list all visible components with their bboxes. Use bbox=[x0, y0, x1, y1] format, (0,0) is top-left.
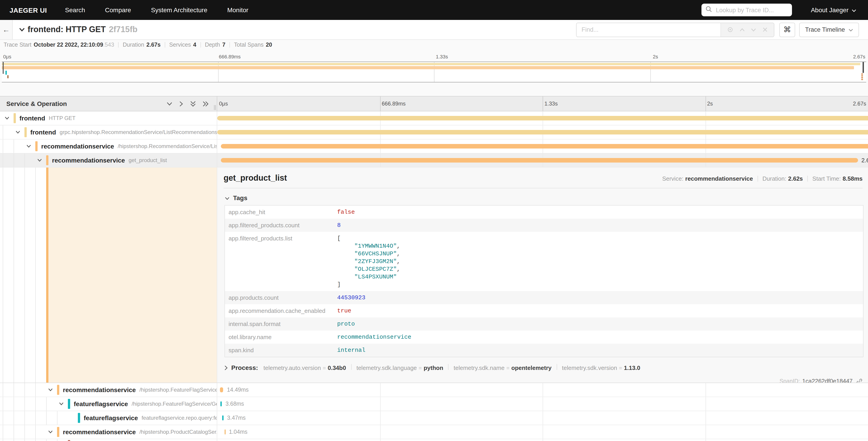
tag-row-app-products-count: app.products.count44530923 bbox=[225, 291, 863, 304]
app-brand[interactable]: JAEGER UI bbox=[9, 6, 47, 14]
chevron-right-icon[interactable] bbox=[224, 365, 228, 370]
span-timeline-cell[interactable] bbox=[217, 125, 868, 140]
back-button[interactable]: ← bbox=[0, 20, 13, 39]
about-jaeger-label: About Jaeger bbox=[811, 6, 848, 13]
span-duration-bar[interactable] bbox=[220, 387, 223, 392]
collapse-all-icon[interactable] bbox=[190, 101, 196, 107]
tree-guide-line bbox=[25, 425, 25, 439]
span-name-cell[interactable]: featureflagservice/hipstershop.FeatureFl… bbox=[0, 397, 217, 411]
span-row-featureflagservice-hipstershop-featureflagservice-ge-[interactable]: featureflagservice/hipstershop.FeatureFl… bbox=[0, 397, 868, 411]
trace-collapse-chevron[interactable] bbox=[19, 28, 25, 32]
clear-find-icon[interactable] bbox=[763, 27, 768, 32]
process-tag-telemetry-sdk-name: telemetry.sdk.name=opentelemetry bbox=[454, 364, 552, 371]
span-row-recommendationservice-hipstershop-featureflagservice-[interactable]: recommendationservice/hipstershop.Featur… bbox=[0, 383, 868, 397]
timeline-gridline bbox=[380, 397, 380, 411]
tag-value: internal bbox=[334, 344, 369, 357]
trace-view-selector[interactable]: Trace Timeline bbox=[799, 22, 859, 37]
span-operation-name: HTTP GET bbox=[49, 115, 75, 121]
span-expand-chevron[interactable] bbox=[59, 402, 64, 406]
span-service-name: recommendationservice bbox=[52, 157, 125, 164]
expand-all-icon[interactable] bbox=[203, 101, 209, 107]
process-tag-telemetry-sdk-version: telemetry.sdk.version=1.13.0 bbox=[562, 364, 640, 371]
span-name-cell[interactable]: recommendationservice/hipstershop.Featur… bbox=[0, 383, 217, 397]
span-name-cell[interactable]: recommendationservice/hipstershop.Recomm… bbox=[0, 140, 217, 153]
trace-title: frontend: HTTP GET2f715fb bbox=[28, 25, 137, 34]
span-row-featureflagservice-featureflagservice-repo-query-fe-[interactable]: featureflagservicefeatureflagservice.rep… bbox=[0, 411, 868, 425]
tag-key: app.filtered_products.count bbox=[225, 219, 334, 232]
span-name-cell[interactable]: recommendationserviceget_product_list bbox=[0, 153, 217, 168]
span-expand-chevron[interactable] bbox=[37, 158, 42, 162]
trace-lookup-box[interactable] bbox=[701, 4, 792, 16]
span-duration-bar[interactable] bbox=[220, 401, 222, 406]
top-nav: JAEGER UI SearchCompareSystem Architectu… bbox=[0, 0, 868, 20]
span-row-recommendationservice-get-product-list[interactable]: recommendationserviceget_product_list2.6… bbox=[0, 153, 868, 168]
tag-key: span.kind bbox=[225, 344, 334, 357]
trace-id-short: 2f715fb bbox=[109, 25, 137, 34]
span-duration-bar[interactable] bbox=[224, 430, 226, 435]
collapse-one-icon[interactable] bbox=[166, 101, 173, 106]
span-expand-chevron[interactable] bbox=[26, 144, 31, 148]
nav-item-system-architecture[interactable]: System Architecture bbox=[151, 6, 207, 13]
tag-value: true bbox=[334, 304, 355, 317]
span-id-label: SpanID: bbox=[779, 378, 800, 383]
trace-lookup-input[interactable] bbox=[715, 6, 788, 14]
span-timeline-cell[interactable]: 3.68ms bbox=[217, 397, 868, 411]
expand-one-icon[interactable] bbox=[179, 101, 183, 107]
span-timeline-cell[interactable] bbox=[217, 140, 868, 153]
span-duration-bar[interactable] bbox=[221, 144, 868, 148]
timeline-gridline bbox=[380, 411, 380, 425]
span-timeline-cell[interactable]: 1.04ms bbox=[217, 425, 868, 439]
span-name-cell[interactable]: recommendationservice/hipstershop.Produc… bbox=[0, 425, 217, 439]
span-timeline-cell[interactable]: 14.49ms bbox=[217, 383, 868, 397]
span-rows-top: frontendHTTP GETfrontendgrpc.hipstershop… bbox=[0, 111, 868, 168]
process-label[interactable]: Process: bbox=[231, 364, 258, 371]
span-row-frontend-http-get[interactable]: frontendHTTP GET bbox=[0, 111, 868, 125]
service-color-strip bbox=[78, 413, 80, 423]
span-duration-label: 2.62s bbox=[862, 157, 868, 164]
minimap-left-handle[interactable] bbox=[3, 62, 4, 74]
span-row-recommendationservice-hipstershop-productcatalogser-[interactable]: recommendationservice/hipstershop.Produc… bbox=[0, 425, 868, 439]
link-icon[interactable] bbox=[856, 378, 863, 383]
services-label: Services bbox=[169, 42, 191, 48]
span-rows: frontendHTTP GETfrontendgrpc.hipstershop… bbox=[0, 111, 868, 441]
span-detail-row: get_product_list Service: recommendation… bbox=[0, 168, 868, 383]
span-name-cell[interactable]: featureflagservicefeatureflagservice.rep… bbox=[0, 411, 217, 425]
span-expand-chevron[interactable] bbox=[4, 116, 9, 120]
span-row-frontend-grpc-hipstershop-recommendationservice-listrecommendations[interactable]: frontendgrpc.hipstershop.RecommendationS… bbox=[0, 125, 868, 140]
next-match-icon[interactable] bbox=[751, 28, 756, 31]
nav-item-search[interactable]: Search bbox=[65, 6, 85, 13]
span-expand-chevron[interactable] bbox=[16, 130, 20, 134]
span-expand-chevron[interactable] bbox=[48, 430, 53, 434]
span-duration-bar[interactable] bbox=[217, 130, 868, 135]
span-name-cell[interactable]: frontendgrpc.hipstershop.RecommendationS… bbox=[0, 125, 217, 140]
span-timeline-cell[interactable]: 3.47ms bbox=[217, 411, 868, 425]
minimap-canvas[interactable] bbox=[2, 62, 866, 82]
span-timeline-cell[interactable]: 2.62s bbox=[217, 153, 868, 168]
span-service-name: recommendationservice bbox=[63, 386, 136, 393]
timeline-gridline bbox=[542, 383, 543, 396]
tags-section-toggle[interactable]: Tags bbox=[225, 194, 257, 202]
focus-match-icon[interactable] bbox=[727, 27, 733, 33]
span-duration-bar[interactable] bbox=[222, 415, 223, 420]
span-row-recommendationservice-hipstershop-recommendationservice-lis-[interactable]: recommendationservice/hipstershop.Recomm… bbox=[0, 140, 868, 153]
span-id-row: SpanID: 1ca2262df0e18447 bbox=[217, 378, 863, 383]
find-input[interactable] bbox=[577, 23, 720, 36]
span-name-cell[interactable]: frontendHTTP GET bbox=[0, 111, 217, 125]
nav-item-compare[interactable]: Compare bbox=[105, 6, 131, 13]
span-duration-bar[interactable] bbox=[221, 158, 858, 163]
tree-guide-line bbox=[25, 439, 25, 441]
column-resizer[interactable] bbox=[214, 105, 216, 110]
expand-collapse-controls bbox=[166, 101, 209, 107]
span-duration-bar[interactable] bbox=[217, 116, 868, 120]
keyboard-shortcuts-button[interactable]: ⌘ bbox=[779, 22, 795, 37]
about-jaeger-menu[interactable]: About Jaeger bbox=[811, 6, 856, 13]
prev-match-icon[interactable] bbox=[739, 28, 745, 31]
nav-item-monitor[interactable]: Monitor bbox=[227, 6, 248, 13]
span-service-name: recommendationservice bbox=[63, 428, 136, 436]
trace-view-selector-label: Trace Timeline bbox=[805, 26, 845, 33]
service-color-strip bbox=[57, 427, 59, 437]
span-expand-chevron[interactable] bbox=[48, 388, 53, 392]
tree-guide-line bbox=[3, 425, 3, 439]
minimap-right-handle[interactable] bbox=[863, 62, 864, 73]
span-timeline-cell[interactable] bbox=[217, 111, 868, 125]
